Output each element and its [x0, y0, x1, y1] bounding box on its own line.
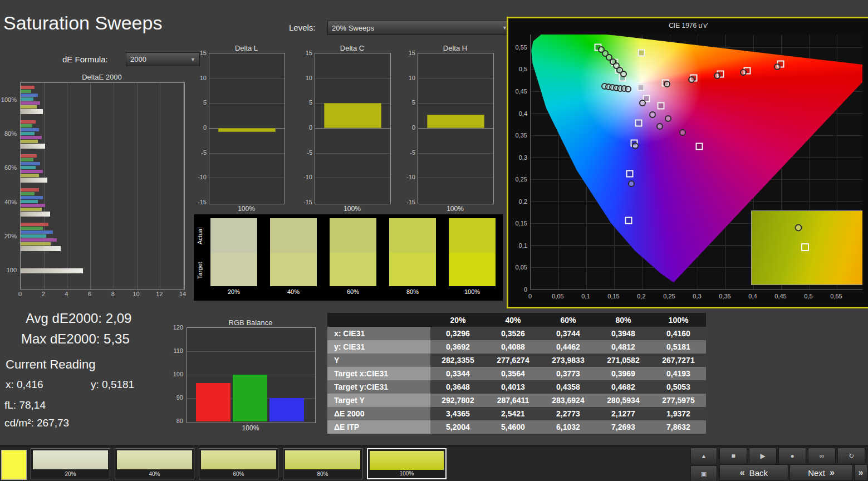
x-tick-label: 0,3: [688, 292, 707, 300]
rgb-balance-chart: [187, 327, 316, 423]
current-x-value: x: 0,416: [6, 379, 43, 391]
target-swatch: [210, 253, 257, 286]
y-tick-label: 40%: [0, 198, 17, 206]
de-formula-dropdown[interactable]: 2000 ▼: [126, 52, 200, 66]
table-cell: 2,5421: [486, 407, 541, 420]
table-cell: 7,2693: [596, 420, 651, 434]
table-cell: 267,7271: [651, 354, 706, 367]
row-label: Target x:CIE31: [327, 367, 430, 380]
table-cell: 0,4358: [541, 380, 596, 394]
saturation-swatch: [210, 218, 257, 286]
de-bar: [21, 158, 33, 161]
gridline: [418, 178, 493, 178]
blue-bar: [269, 398, 304, 421]
de-formula-value: 2000: [130, 55, 146, 63]
table-header-row: 20%40%60%80%100%: [327, 313, 706, 327]
max-de2000-value: Max dE2000: 5,35: [21, 331, 130, 347]
y-tick-label: 60%: [0, 164, 17, 171]
record-button[interactable]: ●: [778, 448, 806, 464]
chevron-up-button[interactable]: ▲: [690, 448, 717, 464]
de-bar: [21, 196, 43, 199]
table-cell: 283,6924: [541, 394, 596, 407]
swatch-label: 100%: [368, 470, 445, 477]
target-marker: [625, 217, 632, 224]
active-color-chip[interactable]: [1, 450, 27, 480]
row-label: x: CIE31: [327, 327, 430, 340]
gridline: [315, 153, 390, 154]
actual-swatch: [330, 218, 376, 253]
gridline: [183, 83, 184, 289]
toolbar-swatch-20%[interactable]: 20%: [31, 448, 110, 479]
measurement-marker: [740, 69, 747, 76]
delta-bar: [324, 103, 381, 128]
target-marker: [658, 102, 665, 110]
table-cell: 277,6274: [486, 354, 541, 367]
y-tick-label: 15: [298, 49, 312, 57]
swatch-color: [117, 450, 192, 469]
play-button[interactable]: ▶: [749, 448, 777, 464]
table-cell: 0,3564: [486, 367, 541, 380]
row-label: ΔE ITP: [327, 420, 430, 434]
actual-swatch: [270, 218, 317, 253]
x-tick-label: 0,1: [576, 292, 595, 300]
de-bar: [21, 128, 39, 131]
delta-c-chart-title: Delta C: [315, 44, 390, 52]
de-bar: [21, 120, 36, 124]
back-button[interactable]: « Back: [719, 464, 788, 481]
de-bar: [21, 223, 48, 226]
de-avg-bar: [21, 144, 45, 149]
measurement-marker: [688, 76, 695, 83]
column-header: 40%: [486, 313, 541, 327]
table-cell: 3,4365: [430, 407, 486, 420]
table-cell: 5,4600: [486, 420, 541, 434]
de-bar: [21, 154, 37, 158]
swatch-label: 100%: [449, 288, 496, 295]
row-label: Target Y: [327, 394, 430, 407]
y-tick-label: 5: [192, 99, 207, 106]
next-button[interactable]: Next »: [789, 464, 853, 481]
layout-button[interactable]: ▣: [690, 465, 717, 481]
gridline: [187, 351, 315, 352]
gridline: [209, 153, 285, 154]
de-bar: [21, 200, 38, 203]
de-bar: [21, 230, 53, 234]
delta-h-chart-title: Delta H: [418, 44, 493, 52]
de-bar: [21, 188, 39, 192]
table-cell: 0,3526: [486, 327, 541, 340]
x-tick-label: 0,45: [771, 292, 790, 300]
loop-button[interactable]: ↻: [837, 448, 865, 464]
measurement-marker: [664, 81, 670, 87]
toolbar-swatch-80%[interactable]: 80%: [283, 448, 362, 479]
fast-forward-button[interactable]: »: [854, 464, 867, 481]
x-tick-label: 12: [154, 290, 165, 298]
x-tick-label: 0,2: [632, 292, 651, 300]
cie-x-axis: 00,050,10,150,20,250,30,350,40,450,50,55: [530, 292, 864, 300]
levels-dropdown[interactable]: 20% Sweeps ▼: [327, 21, 512, 35]
de-bar: [21, 97, 33, 101]
toolbar-swatch-40%[interactable]: 40%: [115, 448, 194, 479]
table-cell: 0,4462: [541, 340, 596, 354]
de-bar: [21, 90, 31, 93]
y-tick-label: 0,05: [509, 263, 527, 271]
toolbar-swatch-100%[interactable]: 100%: [367, 448, 447, 479]
table-cell: 0,4088: [486, 340, 541, 354]
saturation-swatch: [449, 218, 496, 286]
target-swatch: [270, 253, 317, 286]
target-marker: [696, 143, 703, 150]
row-label: Y: [327, 354, 430, 367]
saturation-swatch: [270, 218, 317, 286]
continuous-button[interactable]: ∞: [808, 448, 836, 464]
gridline: [114, 83, 114, 289]
y-tick-label: -10: [401, 173, 415, 181]
cie-chart-panel[interactable]: CIE 1976 u'v' 0,550,50,450,40,350,30,250…: [507, 17, 868, 308]
de-bar: [21, 140, 38, 143]
swatch-color: [201, 450, 276, 469]
table-row: Target Y292,7802287,6411283,6924280,5934…: [327, 394, 706, 407]
stop-button[interactable]: ■: [719, 448, 747, 464]
swatch-label: 40%: [270, 288, 317, 295]
toolbar-swatch-60%[interactable]: 60%: [199, 448, 278, 479]
y-tick-label: 0,4: [509, 110, 527, 117]
measurement-marker: [714, 72, 720, 79]
de-avg-bar: [21, 212, 50, 217]
row-label: y: CIE31: [327, 340, 430, 354]
